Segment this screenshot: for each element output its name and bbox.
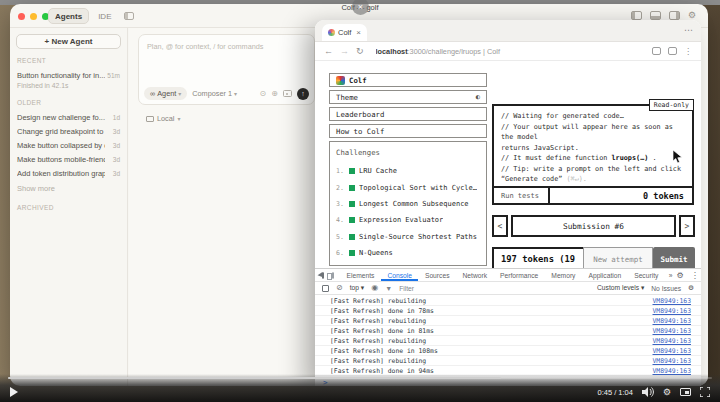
- devtools-tab[interactable]: Application: [582, 269, 628, 281]
- share-icon[interactable]: [652, 47, 661, 55]
- code-comments: // Waiting for generated code…// Your ou…: [494, 106, 692, 190]
- send-button[interactable]: ↑: [297, 88, 309, 100]
- console-source-link[interactable]: VM8949:163: [653, 347, 691, 355]
- forward-icon[interactable]: →: [340, 46, 349, 56]
- console-source-link[interactable]: VM8949:163: [653, 297, 691, 305]
- extensions-icon[interactable]: [668, 47, 677, 55]
- devtools-tab[interactable]: Sources: [418, 269, 456, 281]
- console-rows: [Fast Refresh] rebuilding VM8949:163 [Fa…: [315, 296, 701, 376]
- toggle-bottom-panel-icon[interactable]: [650, 11, 661, 20]
- chevron-down-icon: ▾: [178, 90, 181, 97]
- colf-logo-cell[interactable]: Colf: [329, 73, 487, 87]
- local-selector[interactable]: Local ▾: [146, 114, 180, 123]
- back-icon[interactable]: ←: [324, 46, 333, 56]
- challenges-box: Challenges 1. LRU Cache 2. Topological S…: [329, 141, 487, 266]
- console-source-link[interactable]: VM8949:163: [653, 307, 691, 315]
- agent-list-item[interactable]: Make button collapsed by d...3d: [15, 138, 122, 152]
- agent-mode-pill[interactable]: ∞ Agent ▾: [144, 87, 187, 100]
- challenge-status-icon: [349, 168, 355, 174]
- run-tests-button[interactable]: Run tests: [494, 188, 550, 203]
- console-sidebar-icon[interactable]: [322, 285, 329, 292]
- minimize-window-button[interactable]: [30, 13, 37, 20]
- devtools-tab[interactable]: Performance: [494, 269, 545, 281]
- video-progress-bar[interactable]: [8, 377, 712, 379]
- devtools-settings-icon[interactable]: ⚙: [677, 271, 684, 280]
- tab-close-icon[interactable]: ×: [356, 28, 361, 37]
- filter-icon: ▼: [385, 285, 392, 292]
- new-agent-button[interactable]: + New Agent: [16, 34, 121, 49]
- devtools-tab[interactable]: Memory: [545, 269, 582, 281]
- agents-sidebar: + New Agent RECENT Button functionality …: [10, 28, 128, 386]
- agent-list-item[interactable]: Change grid breakpoint to l...3d: [15, 124, 122, 138]
- clear-console-icon[interactable]: ⊘: [336, 284, 343, 292]
- chevron-down-icon: ▾: [234, 90, 237, 97]
- colf-logo-icon: [336, 76, 345, 85]
- challenge-item[interactable]: 4. Expression Evaluator: [336, 212, 480, 228]
- context-selector[interactable]: top ▾: [350, 284, 365, 292]
- gear-icon[interactable]: ⚙: [688, 11, 696, 20]
- submission-nav: < Submission #6 >: [492, 215, 695, 237]
- eye-icon[interactable]: ◉: [371, 284, 378, 292]
- console-settings-icon[interactable]: ⚙: [688, 284, 694, 292]
- prev-submission-button[interactable]: <: [492, 215, 508, 237]
- leaderboard-menu-item[interactable]: Leaderboard: [329, 107, 487, 121]
- console-source-link[interactable]: VM8949:163: [653, 317, 691, 325]
- filter-input[interactable]: Filter: [399, 285, 414, 292]
- challenge-item[interactable]: 5. Single-Source Shortest Paths: [336, 229, 480, 245]
- challenge-item[interactable]: 3. Longest Common Subsequence: [336, 196, 480, 212]
- console-source-link[interactable]: VM8949:163: [653, 357, 691, 365]
- next-submission-button[interactable]: >: [679, 215, 695, 237]
- agent-list-item[interactable]: Button functionality for in...51m: [15, 68, 122, 82]
- toggle-left-panel-icon[interactable]: [631, 11, 642, 20]
- agent-list-item[interactable]: Make buttons mobile-friend...3d: [15, 152, 122, 166]
- code-line: // Your output will appear here as soon …: [501, 122, 685, 143]
- theme-toggle-icon[interactable]: ◐: [476, 93, 480, 101]
- devtools-tab[interactable]: Console: [381, 269, 419, 281]
- tabstrip-menu-icon[interactable]: ⋯: [684, 25, 693, 35]
- layout-toggle-icon[interactable]: [124, 12, 134, 20]
- console-source-link[interactable]: VM8949:163: [653, 327, 691, 335]
- older-section-label: OLDER: [17, 99, 120, 106]
- video-settings-icon[interactable]: ⚙: [663, 387, 671, 397]
- colf-page: Colf Theme ◐ Leaderboard How to Colf Cha…: [315, 62, 701, 268]
- console-message: [Fast Refresh] rebuilding VM8949:163: [315, 296, 701, 306]
- devtools-tab[interactable]: Elements: [340, 269, 381, 281]
- browser-tab-colf[interactable]: Colf ×: [322, 24, 367, 41]
- console-message: [Fast Refresh] done in 108ms VM8949:163: [315, 346, 701, 356]
- volume-icon[interactable]: [642, 387, 654, 397]
- console-message: [Fast Refresh] rebuilding VM8949:163: [315, 316, 701, 326]
- agent-list-item[interactable]: Add token distribution grap...3d: [15, 166, 122, 180]
- inspect-element-icon[interactable]: [322, 272, 324, 279]
- composer-selector[interactable]: Composer 1 ▾: [192, 89, 237, 98]
- devtools-kebab-icon[interactable]: ⋮: [691, 271, 699, 280]
- agent-list-item[interactable]: Design new challenge fo...1d: [15, 110, 122, 124]
- devtools-tab[interactable]: Network: [456, 269, 494, 281]
- devtools-tab[interactable]: Security: [628, 269, 665, 281]
- log-levels-dropdown[interactable]: Custom levels ▾: [597, 284, 644, 292]
- settings-icon[interactable]: ⊙: [260, 90, 267, 98]
- picture-in-picture-icon[interactable]: [680, 388, 691, 396]
- play-button[interactable]: [10, 387, 18, 397]
- challenge-item[interactable]: 2. Topological Sort with Cycle…: [336, 179, 480, 195]
- image-icon[interactable]: [283, 90, 292, 97]
- mention-icon[interactable]: ⊕: [271, 90, 278, 98]
- challenge-item[interactable]: 1. LRU Cache: [336, 163, 480, 179]
- issues-counter[interactable]: No Issues: [651, 285, 681, 292]
- address-bar[interactable]: localhost:3000/challenge/lruops | Colf: [376, 47, 645, 56]
- theme-menu-item[interactable]: Theme ◐: [329, 90, 487, 104]
- console-source-link[interactable]: VM8949:163: [653, 337, 691, 345]
- composer-input[interactable]: Plan, @ for context, / for commands ∞ Ag…: [138, 34, 315, 105]
- browser-menu-icon[interactable]: ⋮: [684, 47, 692, 56]
- toggle-right-panel-icon[interactable]: [669, 11, 680, 20]
- fullscreen-icon[interactable]: [700, 387, 710, 397]
- mouse-cursor: [672, 149, 683, 164]
- device-toolbar-icon[interactable]: [332, 272, 334, 279]
- close-window-button[interactable]: [18, 13, 25, 20]
- show-more-link[interactable]: Show more: [15, 180, 122, 197]
- reload-icon[interactable]: ↻: [356, 46, 364, 56]
- infinity-icon: ∞: [150, 89, 155, 98]
- how-to-menu-item[interactable]: How to Colf: [329, 124, 487, 138]
- code-line: // It must define function lruops(…) .: [501, 153, 685, 164]
- more-tabs-icon[interactable]: »: [665, 272, 677, 279]
- challenge-item[interactable]: 6. N-Queens: [336, 245, 480, 261]
